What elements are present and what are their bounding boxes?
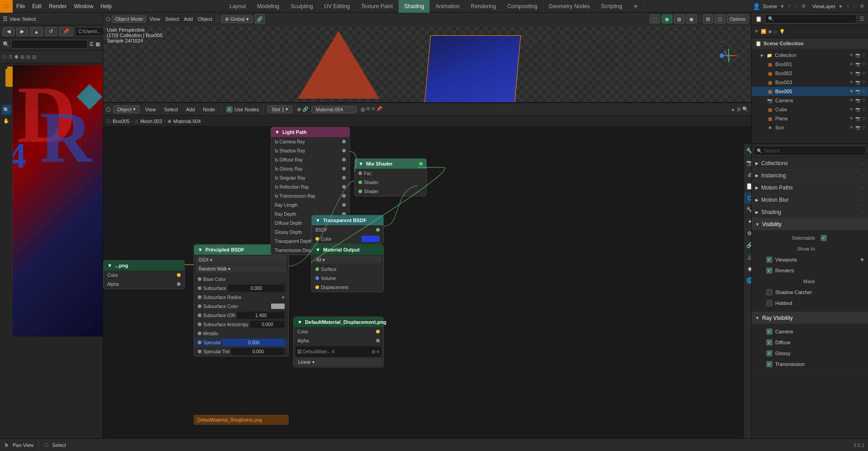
menu-edit[interactable]: Edit: [29, 0, 45, 13]
box001-render-icon[interactable]: 📷: [855, 62, 860, 66]
disppng-close[interactable]: ✕: [376, 349, 380, 354]
node-zoom-btn[interactable]: 🔍: [742, 106, 749, 112]
disppng-linear-dropdown[interactable]: Linear ▾: [296, 358, 382, 366]
viewport-gizmo-btn[interactable]: ⊞: [703, 14, 713, 24]
outliner-box001[interactable]: ▦ Box001 👁 📷 ▽: [752, 60, 868, 69]
transform-dropdown[interactable]: ⊕Global▾: [221, 15, 253, 23]
nav-bookmark-btn[interactable]: 📌: [59, 27, 73, 36]
camera-render-icon[interactable]: 📷: [855, 98, 860, 103]
subsurfaceaniso-val[interactable]: 0.000: [250, 321, 285, 328]
shadow-catcher-checkbox[interactable]: [766, 289, 773, 295]
outliner-filter-icon[interactable]: ☰: [859, 16, 864, 22]
outliner-box005[interactable]: ▦ Box005 👁 📷 ▽: [752, 87, 868, 96]
specular-val[interactable]: 0.500: [223, 339, 285, 346]
left-panel-view-btn[interactable]: View: [10, 16, 20, 22]
principled-ggx-dropdown[interactable]: GGX ▾: [196, 256, 286, 264]
scene-options-icon[interactable]: ▼: [780, 4, 785, 9]
copy-material-icon[interactable]: ⧉: [367, 106, 370, 113]
box002-vis-icon[interactable]: 👁: [849, 71, 854, 76]
disppng-options[interactable]: ⊞: [372, 349, 375, 354]
outliner-search[interactable]: 🔍: [765, 14, 857, 24]
breadcrumb-object[interactable]: Box005: [113, 119, 129, 124]
outliner-plane[interactable]: ▦ Plane 👁 📷 ▽: [752, 114, 868, 123]
cube-render-icon[interactable]: 📷: [855, 107, 860, 112]
box003-vis-icon[interactable]: 👁: [849, 80, 854, 85]
sun-render-icon[interactable]: 📷: [855, 125, 860, 130]
box001-filter-icon[interactable]: ▽: [862, 62, 865, 66]
col-filter-icon[interactable]: ▽: [862, 53, 865, 57]
breadcrumb-material[interactable]: Material.004: [173, 119, 201, 124]
node-node-btn[interactable]: Node: [200, 106, 218, 113]
viewport-shading-solid[interactable]: ◉: [662, 14, 672, 24]
left-tool-select[interactable]: 🔍: [1, 105, 11, 115]
box002-filter-icon[interactable]: ▽: [862, 71, 865, 76]
box003-filter-icon[interactable]: ▽: [862, 80, 865, 85]
cube-filter-icon[interactable]: ▽: [862, 107, 865, 112]
cube-vis-icon[interactable]: 👁: [849, 107, 854, 112]
viewport-add-btn[interactable]: Add: [182, 16, 195, 22]
renders-checkbox[interactable]: ✓: [766, 267, 773, 274]
plane-render-icon[interactable]: 📷: [855, 116, 860, 121]
outliner-box003[interactable]: ▦ Box003 👁 📷 ▽: [752, 78, 868, 87]
snap-icon[interactable]: 🔗: [255, 14, 265, 24]
menu-help[interactable]: Help: [97, 0, 115, 13]
subsurface-val[interactable]: 0.000: [228, 285, 285, 292]
outliner-collection[interactable]: ▶ 📁 Collection 👁 📷 ▽: [752, 51, 868, 60]
sun-filter-icon[interactable]: ▽: [862, 125, 865, 130]
del-material-icon[interactable]: ✕: [371, 106, 375, 113]
tab-compositing[interactable]: Compositing: [502, 0, 544, 13]
rayvis-glossy-checkbox[interactable]: ✓: [766, 350, 773, 356]
slot-dropdown[interactable]: Slot 1▾: [267, 105, 292, 113]
subsurfaceior-val[interactable]: 1.400: [237, 312, 285, 319]
material-dropdown[interactable]: Material.004: [311, 106, 357, 113]
props-motionpaths-header[interactable]: ▶ Motion Paths —: [752, 182, 868, 194]
list-view-icon[interactable]: ▦: [95, 41, 100, 47]
nav-up-btn[interactable]: ▲: [30, 27, 43, 36]
viewlayer-options-icon[interactable]: ▼: [838, 4, 843, 9]
speculartint-val[interactable]: 0.000: [231, 348, 285, 355]
sun-vis-icon[interactable]: 👁: [849, 125, 854, 130]
tab-modeling[interactable]: Modeling: [252, 0, 285, 13]
viewport-mode-dropdown[interactable]: Object Mode: [112, 15, 146, 23]
viewport-overlay-btn[interactable]: ⬡: [715, 14, 725, 24]
box005-vis-icon[interactable]: 👁: [849, 89, 854, 94]
box003-render-icon[interactable]: 📷: [855, 80, 860, 85]
node-add-btn[interactable]: Add: [183, 106, 198, 113]
outliner-cube[interactable]: ▦ Cube 👁 📷 ▽: [752, 105, 868, 114]
outliner-box002[interactable]: ▦ Box002 👁 📷 ▽: [752, 69, 868, 78]
nav-forward-btn[interactable]: ▶: [16, 27, 28, 36]
matout-all-dropdown[interactable]: All ▾: [314, 256, 382, 264]
props-visibility-header[interactable]: ▼ Visibility: [752, 218, 868, 230]
col-vis-icon[interactable]: 👁: [849, 53, 854, 57]
tab-add[interactable]: +: [628, 0, 644, 13]
node-view-btn[interactable]: View: [143, 106, 159, 113]
left-panel-select-btn[interactable]: Select: [22, 16, 36, 22]
viewport-shading-mat[interactable]: ◍: [674, 14, 685, 24]
viewports-checkbox[interactable]: ✓: [766, 256, 773, 263]
props-collections-header[interactable]: ▶ Collections —: [752, 157, 868, 169]
breadcrumb-mesh[interactable]: Mesh.003: [140, 119, 162, 124]
props-instancing-header[interactable]: ▶ Instancing —: [752, 170, 868, 181]
menu-render[interactable]: Render: [45, 0, 70, 13]
props-shading-header[interactable]: ▶ Shading —: [752, 206, 868, 218]
box002-render-icon[interactable]: 📷: [855, 71, 860, 76]
box001-vis-icon[interactable]: 👁: [849, 62, 854, 66]
viewport-view-btn[interactable]: View: [148, 16, 162, 22]
tab-scripting[interactable]: Scripting: [596, 0, 628, 13]
tab-animation[interactable]: Animation: [430, 0, 465, 13]
rayvis-transmission-checkbox[interactable]: ✓: [766, 361, 773, 367]
tab-rendering[interactable]: Rendering: [466, 0, 502, 13]
filter-icon[interactable]: ☰: [89, 41, 94, 47]
new-material-icon[interactable]: ⊕: [360, 106, 366, 113]
left-tool-hand[interactable]: ✋: [1, 116, 11, 126]
rayvis-diffuse-checkbox[interactable]: ✓: [766, 339, 773, 346]
menu-window[interactable]: Window: [70, 0, 97, 13]
node-overlay-btn[interactable]: ▲: [730, 106, 735, 112]
node-select-btn[interactable]: Select: [161, 106, 181, 113]
outliner-camera[interactable]: 📷 Camera 👁 📷 ▽: [752, 96, 868, 105]
tab-layout[interactable]: Layout: [224, 0, 252, 13]
holdout-checkbox[interactable]: [766, 300, 773, 306]
nav-back-btn[interactable]: ◀: [3, 27, 14, 36]
principled-rw-dropdown[interactable]: Random Walk ▾: [196, 265, 286, 273]
box005-filter-icon[interactable]: ▽: [862, 89, 865, 94]
